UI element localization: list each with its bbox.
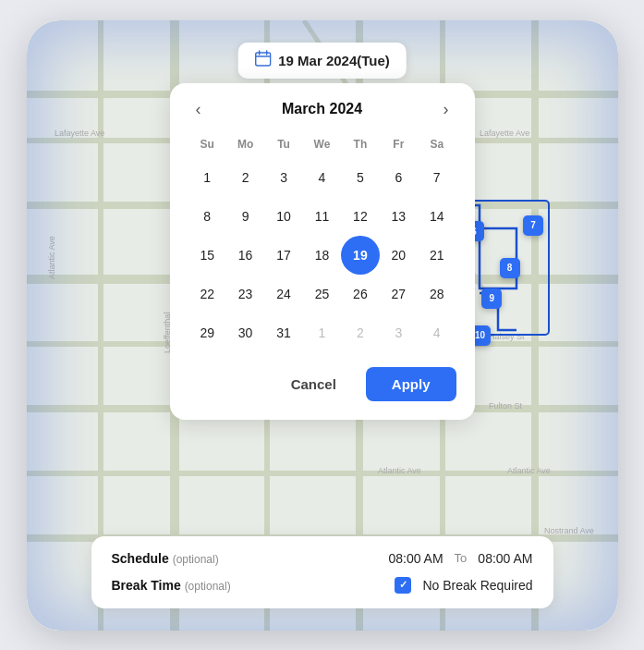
month-year-label: March 2024: [282, 101, 362, 117]
no-break-label: No Break Required: [422, 578, 532, 593]
break-value-container: No Break Required: [395, 577, 532, 594]
svg-text:Fulton St: Fulton St: [489, 401, 523, 411]
day-12[interactable]: 12: [341, 197, 379, 236]
day-21[interactable]: 21: [418, 236, 456, 275]
day-29[interactable]: 29: [188, 313, 226, 352]
to-separator: To: [455, 551, 468, 565]
weekday-header-row: Su Mo Tu We Th Fr Sa: [188, 134, 456, 158]
calendar-icon: [254, 50, 271, 71]
day-19-selected[interactable]: 19: [341, 236, 379, 275]
to-time[interactable]: 08:00 AM: [478, 551, 532, 566]
day-next-1[interactable]: 1: [303, 313, 341, 352]
from-time[interactable]: 08:00 AM: [388, 551, 443, 566]
next-month-button[interactable]: ›: [435, 98, 456, 121]
schedule-row: Schedule (optional) 08:00 AM To 08:00 AM: [112, 551, 533, 566]
day-8[interactable]: 8: [188, 197, 226, 236]
schedule-time: 08:00 AM To 08:00 AM: [388, 551, 532, 566]
svg-text:Atlantic Ave: Atlantic Ave: [378, 466, 421, 475]
day-3[interactable]: 3: [264, 158, 302, 197]
break-time-row: Break Time (optional) No Break Required: [112, 577, 533, 594]
schedule-label: Schedule (optional): [112, 551, 219, 566]
calendar-week-5: 29 30 31 1 2 3 4: [188, 313, 456, 352]
day-1[interactable]: 1: [188, 158, 226, 197]
break-optional: (optional): [185, 580, 231, 593]
day-17[interactable]: 17: [264, 236, 302, 275]
day-26[interactable]: 26: [341, 275, 379, 313]
day-next-2[interactable]: 2: [341, 313, 379, 352]
calendar-week-2: 8 9 10 11 12 13 14: [188, 197, 456, 236]
date-bar[interactable]: 19 Mar 2024(Tue): [237, 43, 407, 79]
day-5[interactable]: 5: [341, 158, 379, 197]
svg-text:Halsey St: Halsey St: [489, 332, 525, 341]
day-16[interactable]: 16: [226, 236, 264, 275]
calendar-card: ‹ March 2024 › Su Mo Tu We Th Fr Sa 1 2: [170, 83, 475, 420]
weekday-sa: Sa: [418, 134, 456, 158]
day-7[interactable]: 7: [418, 158, 456, 197]
weekday-we: We: [303, 134, 341, 158]
cancel-button[interactable]: Cancel: [273, 367, 355, 401]
day-28[interactable]: 28: [418, 275, 456, 313]
weekday-th: Th: [341, 134, 379, 158]
schedule-optional: (optional): [173, 553, 219, 566]
day-13[interactable]: 13: [380, 197, 418, 236]
prev-month-button[interactable]: ‹: [188, 98, 209, 121]
day-next-4[interactable]: 4: [418, 313, 456, 352]
day-20[interactable]: 20: [380, 236, 418, 275]
day-22[interactable]: 22: [188, 275, 226, 313]
day-9[interactable]: 9: [226, 197, 264, 236]
calendar-header: ‹ March 2024 ›: [188, 98, 456, 121]
day-25[interactable]: 25: [303, 275, 341, 313]
calendar-actions: Cancel Apply: [188, 367, 456, 401]
apply-button[interactable]: Apply: [366, 367, 456, 401]
svg-text:Lafayette Ave: Lafayette Ave: [480, 129, 529, 138]
day-2[interactable]: 2: [226, 158, 264, 197]
schedule-card: Schedule (optional) 08:00 AM To 08:00 AM…: [91, 536, 553, 608]
weekday-tu: Tu: [264, 134, 302, 158]
svg-text:Nostrand Ave: Nostrand Ave: [544, 526, 594, 535]
break-label: Break Time (optional): [112, 578, 231, 593]
svg-text:Atlantic Ave: Atlantic Ave: [47, 236, 56, 279]
day-11[interactable]: 11: [303, 197, 341, 236]
day-18[interactable]: 18: [303, 236, 341, 275]
weekday-mo: Mo: [226, 134, 264, 158]
date-bar-label: 19 Mar 2024(Tue): [278, 53, 390, 68]
day-30[interactable]: 30: [226, 313, 264, 352]
svg-rect-33: [255, 53, 270, 66]
calendar-grid: Su Mo Tu We Th Fr Sa 1 2 3 4 5 6 7: [188, 134, 456, 352]
phone-frame: Dekalb Ave Dekalb Ave Lafayette Ave Lafa…: [27, 20, 618, 631]
day-6[interactable]: 6: [380, 158, 418, 197]
day-10[interactable]: 10: [264, 197, 302, 236]
svg-text:Lafayette Ave: Lafayette Ave: [55, 129, 104, 138]
calendar-week-4: 22 23 24 25 26 27 28: [188, 275, 456, 313]
day-14[interactable]: 14: [418, 197, 456, 236]
weekday-su: Su: [188, 134, 226, 158]
day-4[interactable]: 4: [303, 158, 341, 197]
no-break-checkbox[interactable]: [395, 577, 411, 594]
day-24[interactable]: 24: [264, 275, 302, 313]
day-15[interactable]: 15: [188, 236, 226, 275]
weekday-fr: Fr: [380, 134, 418, 158]
calendar-week-1: 1 2 3 4 5 6 7: [188, 158, 456, 197]
calendar-week-3: 15 16 17 18 19 20 21: [188, 236, 456, 275]
svg-text:Atlantic Ave: Atlantic Ave: [507, 466, 551, 475]
day-23[interactable]: 23: [226, 275, 264, 313]
day-27[interactable]: 27: [380, 275, 418, 313]
day-31[interactable]: 31: [264, 313, 302, 352]
day-next-3[interactable]: 3: [380, 313, 418, 352]
